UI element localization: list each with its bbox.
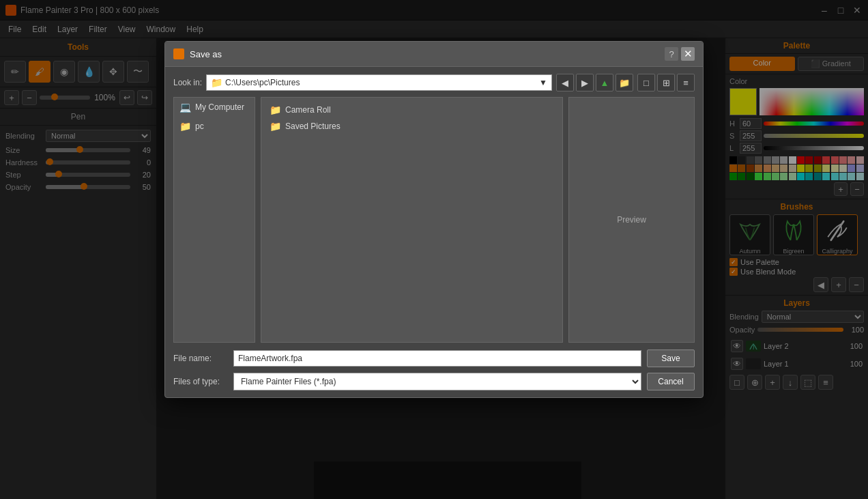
look-in-label: Look in: — [173, 78, 202, 87]
save-dialog: Save as ? ✕ Look in: 📁 C:\Users\pc\Pictu… — [164, 41, 704, 398]
nav-new-folder-button[interactable]: 📁 — [616, 74, 633, 91]
filetype-select[interactable]: Flame Painter Files (*.fpa) PNG Image (*… — [233, 373, 641, 390]
file-camera-roll[interactable]: 📁 Camera Roll — [265, 102, 558, 118]
save-button[interactable]: Save — [647, 350, 695, 367]
look-in-view: □ ⊞ ≡ — [637, 74, 695, 91]
save-dialog-overlay: Save as ? ✕ Look in: 📁 C:\Users\pc\Pictu… — [0, 0, 868, 499]
view-icons-button[interactable]: □ — [637, 74, 655, 91]
my-computer-label: My Computer — [195, 102, 244, 112]
nav-forward-button[interactable]: ▶ — [576, 74, 594, 91]
preview-label: Preview — [617, 215, 646, 225]
dialog-title: Save as — [190, 49, 665, 59]
filename-label: File name: — [173, 354, 228, 363]
look-in-row: Look in: 📁 C:\Users\pc\Pictures ▼ ◀ ▶ ▲ … — [173, 74, 695, 91]
dialog-title-bar: Save as ? ✕ — [165, 42, 703, 67]
nav-up-button[interactable]: ▲ — [596, 74, 613, 91]
preview-panel: Preview — [568, 97, 695, 343]
view-details-button[interactable]: ≡ — [677, 74, 695, 91]
dialog-close-button[interactable]: ✕ — [681, 47, 695, 61]
path-folder-icon: 📁 — [211, 77, 222, 88]
places-pc[interactable]: 📁 pc — [174, 117, 255, 136]
look-in-nav: ◀ ▶ ▲ 📁 — [556, 74, 633, 91]
current-path: C:\Users\pc\Pictures — [225, 78, 300, 87]
cancel-button[interactable]: Cancel — [647, 373, 695, 390]
file-browser: 💻 My Computer 📁 pc 📁 Camera Roll — [173, 97, 695, 343]
places-my-computer[interactable]: 💻 My Computer — [174, 98, 255, 117]
filetype-row: Files of type: Flame Painter Files (*.fp… — [173, 373, 695, 390]
camera-roll-icon: 📁 — [270, 104, 281, 115]
filename-row: File name: Save — [173, 350, 695, 367]
filename-input[interactable] — [233, 350, 641, 367]
files-panel: 📁 Camera Roll 📁 Saved Pictures — [261, 97, 563, 343]
computer-icon: 💻 — [179, 102, 191, 113]
filetype-label: Files of type: — [173, 377, 228, 386]
nav-back-button[interactable]: ◀ — [556, 74, 574, 91]
pc-folder-icon: 📁 — [179, 121, 191, 132]
saved-pictures-icon: 📁 — [270, 121, 281, 132]
dialog-body: Look in: 📁 C:\Users\pc\Pictures ▼ ◀ ▶ ▲ … — [165, 67, 703, 397]
camera-roll-label: Camera Roll — [285, 105, 331, 115]
places-panel: 💻 My Computer 📁 pc — [173, 97, 255, 343]
look-in-path[interactable]: 📁 C:\Users\pc\Pictures ▼ — [206, 74, 552, 91]
saved-pictures-label: Saved Pictures — [285, 122, 341, 131]
file-saved-pictures[interactable]: 📁 Saved Pictures — [265, 118, 558, 134]
dialog-help-button[interactable]: ? — [665, 47, 678, 61]
dropdown-arrow: ▼ — [539, 78, 547, 87]
view-list-button[interactable]: ⊞ — [657, 74, 675, 91]
pc-label: pc — [195, 122, 204, 131]
dialog-icon — [173, 48, 184, 59]
